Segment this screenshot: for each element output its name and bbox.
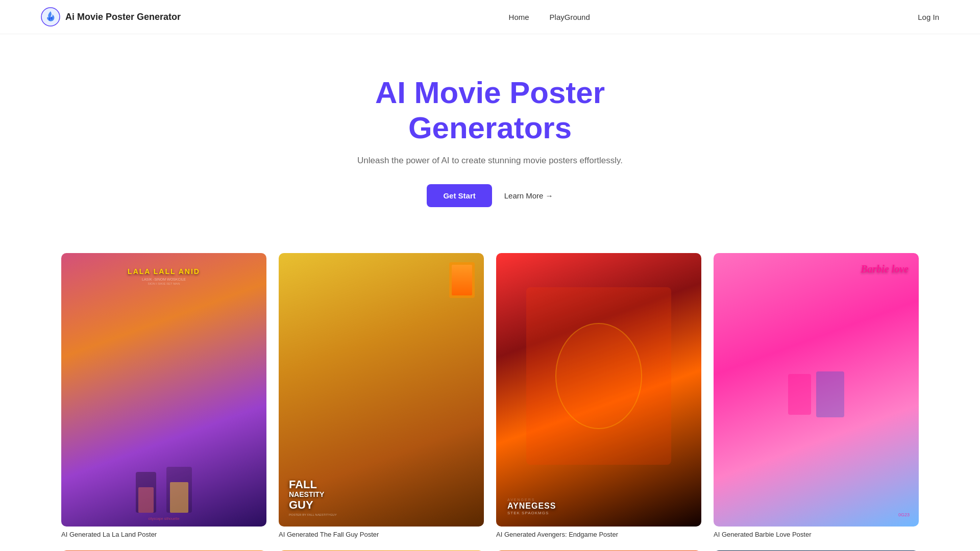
brand-icon — [41, 7, 60, 27]
hero-title: AI Movie Poster Generators — [10, 75, 970, 145]
nav-links: Home PlayGround — [509, 13, 590, 21]
hero-title-line1: AI Movie Poster — [375, 76, 605, 110]
navbar-actions: Log In — [918, 13, 939, 21]
gallery-image-barbie: Barbie love 0G23 — [714, 253, 919, 527]
hero-section: AI Movie Poster Generators Unleash the p… — [0, 34, 980, 238]
nav-playground[interactable]: PlayGround — [550, 13, 590, 21]
gallery-label-lalaland: AI Generated La La Land Poster — [61, 531, 266, 538]
gallery-item-fallguy[interactable]: FALL NAESTITY GUY POSTER BY FALL NAESTIT… — [279, 253, 484, 538]
gallery-item-lalaland[interactable]: LALA LALL ANID LASIK -SINOM WOSKCILE SIO… — [61, 253, 266, 538]
nav-home[interactable]: Home — [509, 13, 529, 21]
brand-logo-link[interactable]: Ai Movie Poster Generator — [41, 7, 181, 27]
get-start-button[interactable]: Get Start — [427, 184, 492, 207]
gallery-label-fallguy: AI Generated The Fall Guy Poster — [279, 531, 484, 538]
hero-subtitle: Unleash the power of AI to create stunni… — [10, 156, 970, 166]
gallery-item-barbie[interactable]: Barbie love 0G23 AI Generated Barbie Lov… — [714, 253, 919, 538]
login-button[interactable]: Log In — [918, 13, 939, 21]
gallery-image-avengers: AVENGERS AYNEGESS STEK SPAOKMGS — [496, 253, 701, 527]
gallery-label-avengers: AI Generated Avengers: Endgame Poster — [496, 531, 701, 538]
hero-title-line2: Generators — [408, 111, 572, 145]
brand-name: Ai Movie Poster Generator — [65, 12, 181, 22]
gallery-image-lalaland: LALA LALL ANID LASIK -SINOM WOSKCILE SIO… — [61, 253, 266, 527]
gallery-item-avengers[interactable]: AVENGERS AYNEGESS STEK SPAOKMGS AI Gener… — [496, 253, 701, 538]
hero-actions: Get Start Learn More → — [10, 184, 970, 207]
gallery-section: LALA LALL ANID LASIK -SINOM WOSKCILE SIO… — [0, 238, 980, 551]
learn-more-button[interactable]: Learn More → — [504, 191, 553, 200]
gallery-label-barbie: AI Generated Barbie Love Poster — [714, 531, 919, 538]
gallery-grid-row1: LALA LALL ANID LASIK -SINOM WOSKCILE SIO… — [61, 253, 919, 538]
navbar: Ai Movie Poster Generator Home PlayGroun… — [0, 0, 980, 34]
gallery-image-fallguy: FALL NAESTITY GUY POSTER BY FALL NAESTIT… — [279, 253, 484, 527]
